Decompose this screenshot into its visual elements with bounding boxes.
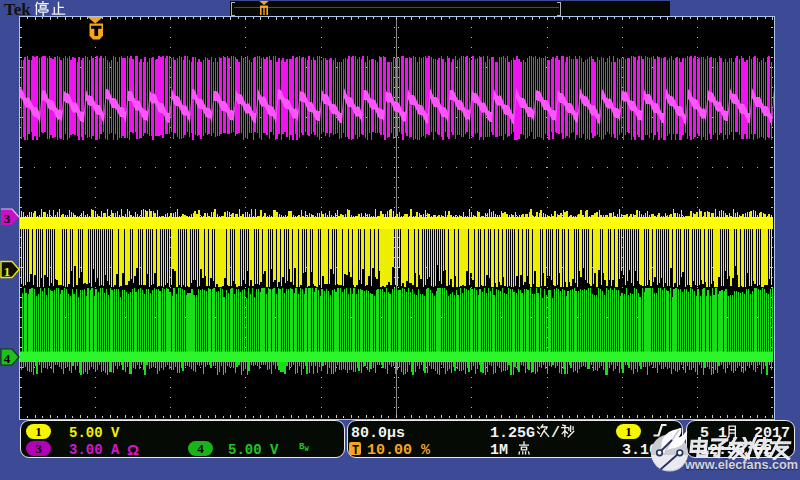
svg-text:3: 3 bbox=[4, 211, 11, 226]
svg-text:1: 1 bbox=[4, 264, 11, 279]
svg-text:4: 4 bbox=[4, 351, 11, 366]
